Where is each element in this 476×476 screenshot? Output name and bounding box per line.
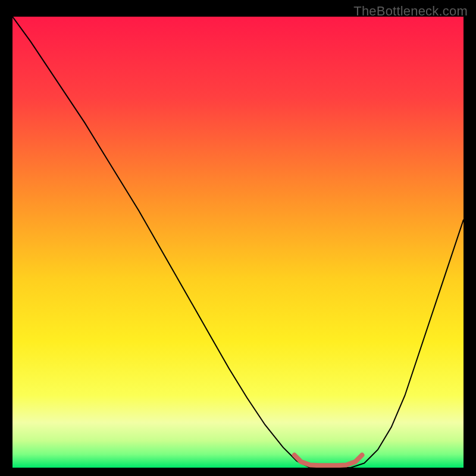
chart-frame: TheBottleneck.com	[0, 0, 476, 476]
watermark-text: TheBottleneck.com	[353, 4, 468, 19]
chart-background	[12, 17, 464, 468]
chart-plot-area	[12, 17, 464, 468]
chart-svg	[12, 17, 464, 468]
